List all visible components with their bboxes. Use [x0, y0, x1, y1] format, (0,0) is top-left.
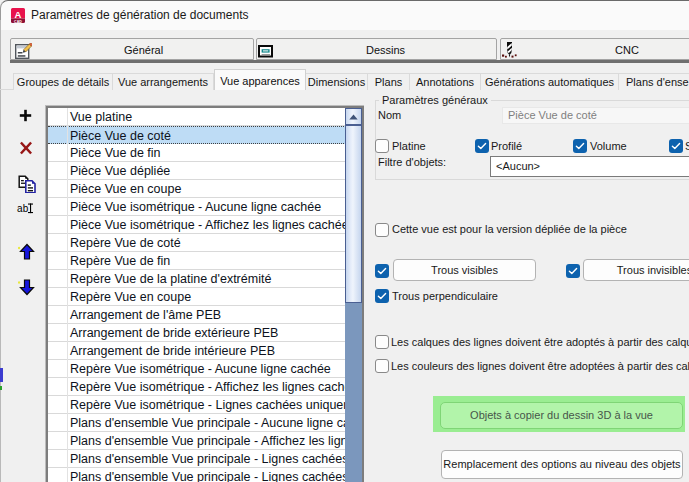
svg-text:CAD: CAD	[14, 20, 22, 24]
svg-text:A: A	[15, 9, 22, 20]
